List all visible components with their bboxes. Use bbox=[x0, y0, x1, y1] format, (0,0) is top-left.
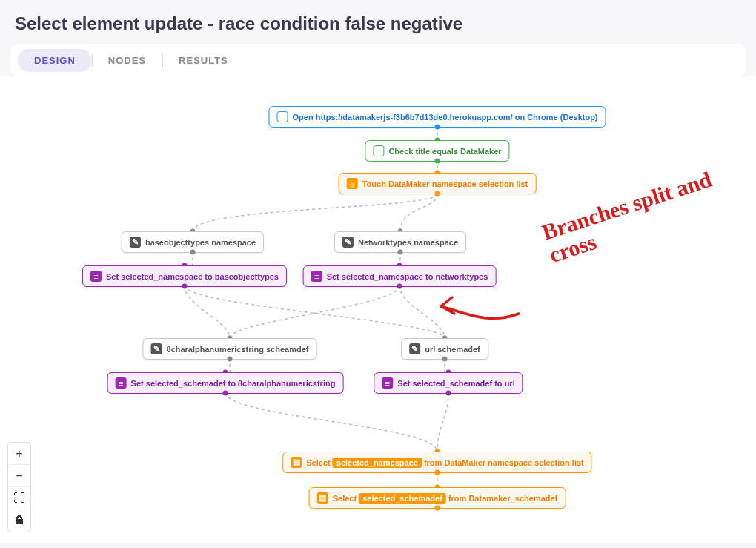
tab-results[interactable]: RESULTS bbox=[162, 49, 245, 72]
node-text: Set selected_schemadef to url bbox=[397, 379, 514, 388]
node-text: Open https://datamakerjs-f3b6b7d13de0.he… bbox=[292, 113, 597, 122]
database-icon: ≡ bbox=[382, 377, 393, 389]
touch-icon: 👆 bbox=[347, 178, 358, 189]
window-icon bbox=[373, 145, 384, 156]
port-out bbox=[435, 191, 440, 197]
port-out bbox=[435, 506, 440, 511]
page-title: Select element update - race condition f… bbox=[15, 13, 741, 34]
fullscreen-button[interactable]: ⛶ bbox=[8, 487, 30, 509]
edit-icon: ✎ bbox=[342, 237, 354, 248]
database-icon: ≡ bbox=[116, 377, 127, 389]
node-text: Set selected_namespace to networktypes bbox=[327, 272, 488, 281]
port-out bbox=[435, 159, 440, 164]
port-out bbox=[435, 125, 440, 130]
edit-icon: ✎ bbox=[130, 237, 141, 248]
lock-button[interactable]: 🔒︎ bbox=[8, 509, 30, 532]
window-icon bbox=[276, 111, 288, 122]
node-text: Set selected_namespace to baseobjecttype… bbox=[106, 272, 279, 281]
node-text: Set selected_schemadef to 8charalphanume… bbox=[131, 379, 336, 388]
node-text: Check title equals DataMaker bbox=[388, 147, 501, 156]
port-out bbox=[397, 284, 402, 289]
port-out bbox=[398, 250, 403, 255]
diagram-canvas[interactable]: Open https://datamakerjs-f3b6b7d13de0.he… bbox=[0, 76, 756, 543]
port-out bbox=[190, 250, 196, 255]
database-icon: ≡ bbox=[90, 271, 102, 282]
select-icon: ▤ bbox=[317, 492, 328, 504]
port-out bbox=[182, 284, 188, 289]
edit-icon: ✎ bbox=[151, 343, 162, 354]
tab-design[interactable]: DESIGN bbox=[18, 49, 92, 72]
port-out bbox=[223, 391, 228, 396]
zoom-out-button[interactable]: − bbox=[8, 465, 30, 487]
port-out bbox=[435, 470, 440, 475]
node-text: Select selected_schemadef from Datamaker… bbox=[333, 494, 558, 503]
node-text: Touch DataMaker namespace selection list bbox=[362, 179, 528, 188]
node-text: url schemadef bbox=[425, 345, 480, 354]
node-text: Networktypes namespace bbox=[358, 238, 458, 247]
node-text: 8charalphanumericstring scheamdef bbox=[167, 345, 309, 354]
zoom-controls: + − ⛶ 🔒︎ bbox=[7, 442, 31, 532]
port-out bbox=[442, 357, 448, 362]
database-icon: ≡ bbox=[311, 271, 322, 282]
edit-icon: ✎ bbox=[409, 343, 420, 354]
node-text: baseobjecttypes namespace bbox=[145, 238, 256, 247]
port-out bbox=[228, 357, 233, 362]
port-out bbox=[446, 391, 451, 396]
handwritten-annotation: Branches split and cross bbox=[539, 156, 756, 267]
zoom-in-button[interactable]: + bbox=[8, 443, 30, 465]
tab-bar: DESIGN NODES RESULTS bbox=[10, 44, 746, 76]
node-text: Select selected_namespace from DataMaker… bbox=[306, 458, 583, 467]
tab-nodes[interactable]: NODES bbox=[92, 49, 162, 72]
select-icon: ▤ bbox=[291, 457, 302, 468]
